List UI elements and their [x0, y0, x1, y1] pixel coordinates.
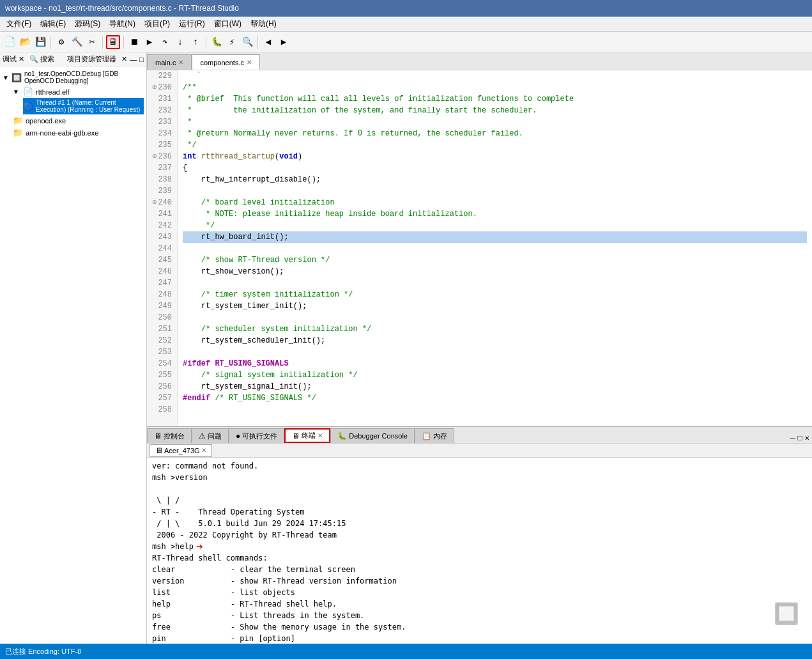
menu-bar: 文件(F) 编辑(E) 源码(S) 导航(N) 项目(P) 运行(R) 窗口(W… — [0, 17, 812, 32]
menu-edit[interactable]: 编辑(E) — [36, 17, 70, 31]
term-line-list: list - list objects — [152, 587, 807, 598]
tab-exec[interactable]: ● 可执行文件 — [229, 428, 284, 443]
tree-root[interactable]: ▼ 🔲 no1_tesr.OpenOCD.Debug [GDB OpenOCD … — [3, 69, 144, 86]
tree-rtthread[interactable]: ▼ 📄 rtthread.elf — [13, 86, 144, 98]
max-bottom-icon[interactable]: □ — [798, 434, 802, 443]
close-panel-icon[interactable]: ✕ — [121, 55, 127, 63]
menu-source[interactable]: 源码(S) — [71, 17, 104, 31]
tab-memory[interactable]: 📋 内存 — [415, 428, 454, 443]
code-line-253 — [183, 346, 807, 358]
tab-exec-label: 可执行文件 — [242, 431, 277, 441]
resume-button[interactable]: ▶ — [142, 35, 157, 49]
main-layout: 调试 ✕ 🔍 搜索 项目资源管理器 ✕ — □ ▼ 🔲 no1_tesr.Ope… — [0, 52, 812, 644]
debug-tree: ▼ 🔲 no1_tesr.OpenOCD.Debug [GDB OpenOCD … — [0, 66, 146, 644]
terminal-area[interactable]: 🖥 Acer_473G ✕ ver: command not found. ms… — [147, 444, 812, 644]
title-text: workspace - no1_tesr/rt-thread/src/compo… — [5, 4, 239, 13]
linenum-246: 246 — [152, 266, 172, 277]
step-return-button[interactable]: ↑ — [188, 35, 203, 49]
tab-terminal[interactable]: 🖥 终端 ✕ — [284, 428, 330, 443]
save-button[interactable]: 💾 — [33, 35, 47, 49]
min-bottom-icon[interactable]: — — [790, 434, 795, 443]
menu-file[interactable]: 文件(F) — [3, 17, 35, 31]
menu-project[interactable]: 项目(P) — [141, 17, 174, 31]
tab-main-c-close[interactable]: ✕ — [178, 59, 183, 66]
problem-icon: ⚠ — [199, 431, 206, 440]
code-content: 229 230 231 232 233 234 235 236 237 238 … — [147, 70, 812, 426]
settings-button[interactable]: ⚙ — [54, 35, 68, 49]
tree-thread[interactable]: 🔵 Thread #1 1 (Name: Current Execution) … — [23, 98, 144, 114]
linenum-248: 248 — [152, 289, 172, 300]
title-bar: workspace - no1_tesr/rt-thread/src/compo… — [0, 0, 812, 17]
search-button[interactable]: 🔍 — [240, 35, 254, 49]
gdb-label: arm-none-eabi-gdb.exe — [26, 129, 98, 137]
debug-tab-label[interactable]: 调试 ✕ — [3, 54, 24, 64]
linenum-232: 232 — [152, 105, 172, 116]
terminal-icon: 🖥 — [292, 431, 300, 440]
menu-run[interactable]: 运行(R) — [175, 17, 209, 31]
sub-tab-label: Acer_473G — [164, 447, 200, 454]
linenum-237: 237 — [152, 162, 172, 174]
code-line-237: { — [183, 162, 807, 174]
openocd-icon: 📁 — [13, 116, 23, 125]
open-button[interactable]: 📂 — [18, 35, 32, 49]
rtthread-icon: 📄 — [23, 87, 33, 97]
tab-components-c-label: components.c — [200, 59, 243, 66]
separator-3 — [123, 36, 124, 49]
menu-window[interactable]: 窗口(W) — [210, 17, 245, 31]
code-editor[interactable]: 229 230 231 232 233 234 235 236 237 238 … — [147, 70, 812, 426]
expand-icon[interactable]: ▼ — [3, 74, 9, 81]
tab-terminal-close[interactable]: ✕ — [318, 432, 323, 439]
menu-help[interactable]: 帮助(H) — [247, 17, 280, 31]
tab-problems[interactable]: ⚠ 问题 — [192, 428, 229, 443]
min-panel-icon[interactable]: — — [130, 56, 137, 63]
terminal-sub-tabs: 🖥 Acer_473G ✕ — [147, 444, 812, 458]
tab-components-c[interactable]: components.c ✕ — [192, 54, 259, 70]
step-over-button[interactable]: ↷ — [158, 35, 172, 49]
sub-tab-acer[interactable]: 🖥 Acer_473G ✕ — [149, 444, 212, 457]
term-line-2: msh >version — [152, 472, 807, 483]
max-panel-icon[interactable]: □ — [139, 56, 144, 63]
tab-console[interactable]: 🖥 控制台 — [147, 428, 192, 443]
bottom-tabs: 🖥 控制台 ⚠ 问题 ● 可执行文件 🖥 终端 ✕ 🐛 — [147, 427, 812, 444]
exec-icon: ● — [236, 431, 240, 440]
term-line-ps: ps - List threads in the system. — [152, 610, 807, 621]
search-label[interactable]: 🔍 搜索 — [29, 54, 54, 64]
debug-button[interactable]: 🖥 — [106, 35, 120, 49]
terminal-content[interactable]: ver: command not found. msh >version \ |… — [147, 458, 812, 644]
right-panel: main.c ✕ components.c ✕ 229 230 231 232 … — [147, 52, 812, 644]
flash-button[interactable]: ⚡ — [225, 35, 239, 49]
linenum-238: 238 — [152, 174, 172, 185]
clean-button[interactable]: ✂ — [85, 35, 99, 49]
code-line-231: * @brief This function will call all lev… — [183, 93, 807, 105]
new-button[interactable]: 📄 — [3, 35, 17, 49]
term-line-4: \ | / — [152, 495, 807, 506]
term-line-3 — [152, 483, 807, 495]
build-button[interactable]: 🔨 — [70, 35, 84, 49]
term-line-pin: pin - pin [option] — [152, 633, 807, 644]
sub-tab-close[interactable]: ✕ — [201, 447, 206, 454]
code-line-251: /* scheduler system initialization */ — [183, 323, 807, 335]
tree-openocd[interactable]: 📁 openocd.exe — [13, 114, 144, 127]
run-button[interactable]: 🐛 — [210, 35, 224, 49]
thread-label: Thread #1 1 (Name: Current Execution) (R… — [36, 99, 144, 113]
menu-navigate[interactable]: 导航(N) — [105, 17, 139, 31]
rtthread-expand-icon[interactable]: ▼ — [13, 88, 20, 95]
red-arrow-icon: ➔ — [196, 541, 203, 552]
separator-2 — [102, 36, 103, 49]
tree-gdb[interactable]: 📁 arm-none-eabi-gdb.exe — [13, 127, 144, 139]
stop-button[interactable]: ⏹ — [127, 35, 141, 49]
tab-debugger-console[interactable]: 🐛 Debugger Console — [330, 428, 415, 443]
back-button[interactable]: ◀ — [261, 35, 275, 49]
term-line-8: RT-Thread shell commands: — [152, 552, 807, 564]
project-manager-label[interactable]: 项目资源管理器 — [67, 54, 116, 64]
term-line-7: 2006 - 2022 Copyright by RT-Thread team — [152, 529, 807, 541]
close-bottom-icon[interactable]: ✕ — [805, 433, 809, 443]
step-in-button[interactable]: ↓ — [173, 35, 187, 49]
forward-button[interactable]: ▶ — [277, 35, 291, 49]
sub-tab-icon: 🖥 — [155, 446, 163, 455]
tab-components-c-close[interactable]: ✕ — [247, 59, 252, 66]
linenum-229: 229 — [152, 70, 172, 82]
term-line-clear: clear - clear the terminal screen — [152, 564, 807, 575]
tab-main-c[interactable]: main.c ✕ — [147, 54, 192, 70]
linenum-243: 243 — [152, 231, 172, 243]
